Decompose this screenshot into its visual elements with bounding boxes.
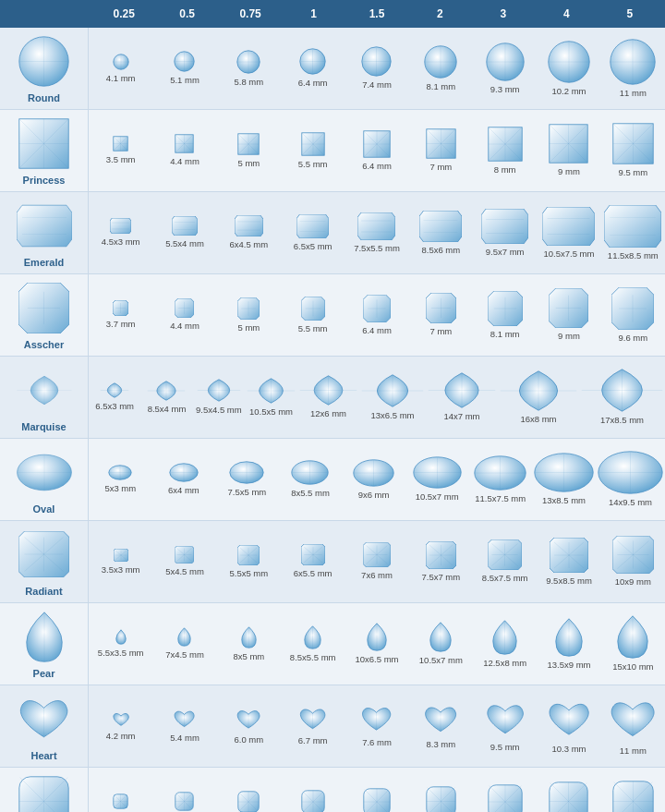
- size-label-oval-7: 13x8.5 mm: [542, 495, 586, 505]
- shape-name-princess: Princess: [23, 175, 66, 186]
- size-cell-radiant-7: 9.5x8.5 mm: [537, 534, 600, 589]
- size-cell-asscher-7: 9 mm: [537, 285, 600, 345]
- emerald-gem-icon-1: [172, 216, 198, 236]
- size-label-asscher-1: 4.4 mm: [170, 321, 200, 331]
- heart-gem-icon-0: [113, 711, 129, 728]
- size-cell-pear-1: 7x4.5 mm: [152, 624, 216, 663]
- size-label-emerald-2: 6x4.5 mm: [229, 239, 268, 249]
- asscher-gem-icon-6: [488, 291, 523, 326]
- size-cell-marquise-2: 9.5x4.5 mm: [193, 375, 245, 418]
- size-cell-marquise-5: 13x6.5 mm: [359, 370, 426, 424]
- size-cell-asscher-8: 9.6 mm: [601, 284, 665, 346]
- pear-gem-icon-4: [367, 623, 387, 651]
- size-label-oval-8: 14x9.5 mm: [609, 497, 652, 507]
- size-cell-oval-7: 13x8.5 mm: [532, 449, 596, 509]
- shape-label-marquise: Marquise: [0, 357, 89, 438]
- size-label-pear-1: 7x4.5 mm: [165, 649, 204, 660]
- size-cell-asscher-1: 4.4 mm: [152, 295, 216, 334]
- size-cell-princess-3: 5.5 mm: [281, 128, 345, 173]
- header-row: 0.250.50.7511.52345: [0, 0, 665, 28]
- svg-marker-104: [542, 207, 595, 246]
- header-weight-3: 3: [472, 7, 535, 20]
- pear-gem-icon-3: [304, 625, 321, 649]
- chart-container: 0.250.50.7511.52345 Round: [0, 0, 665, 812]
- svg-marker-86: [172, 216, 198, 236]
- shape-row-marquise: Marquise 6.5x3 mm: [0, 357, 665, 439]
- size-label-pear-8: 15x10 mm: [612, 661, 653, 672]
- size-label-princess-2: 5 mm: [237, 158, 260, 168]
- marquise-gem-icon-7: [500, 370, 577, 411]
- size-label-round-1: 5.1 mm: [170, 75, 200, 85]
- oval-gem-icon-5: [413, 456, 462, 489]
- oval-gem-icon-2: [229, 461, 264, 484]
- size-cell-round-7: 10.2 mm: [537, 37, 600, 100]
- size-label-round-4: 7.4 mm: [362, 79, 392, 90]
- round-gem-icon-2: [236, 50, 260, 74]
- size-cell-cushion-1: 5x4.5 mm: [152, 788, 216, 812]
- pear-gem-icon-5: [429, 622, 452, 652]
- size-label-pear-0: 5.5x3.5 mm: [98, 648, 144, 658]
- size-label-radiant-2: 5.5x5 mm: [229, 568, 268, 578]
- radiant-gem-icon-2: [237, 545, 260, 565]
- emerald-gem-icon-7: [542, 207, 595, 246]
- cushion-gem-icon-8: [612, 781, 654, 812]
- size-cell-cushion-5: 8x7 mm: [409, 782, 473, 812]
- heart-gem-icon-6: [486, 700, 525, 739]
- marquise-gem-icon-4: [299, 375, 357, 406]
- size-cell-heart-7: 10.3 mm: [537, 695, 600, 757]
- size-cell-heart-2: 6.0 mm: [217, 704, 281, 748]
- pear-gem-icon-8: [617, 615, 648, 659]
- size-cell-marquise-1: 8.5x4 mm: [140, 377, 192, 418]
- size-cell-emerald-0: 4.5x3 mm: [89, 214, 152, 250]
- size-label-emerald-1: 5.5x4 mm: [165, 238, 204, 248]
- size-label-heart-6: 9.5 mm: [490, 742, 520, 752]
- size-label-oval-1: 6x4 mm: [168, 485, 200, 495]
- size-label-pear-7: 13.5x9 mm: [547, 660, 590, 670]
- marquise-gem-icon-1: [147, 381, 186, 401]
- size-cell-oval-6: 11.5x7.5 mm: [468, 452, 532, 507]
- shape-label-emerald: Emerald: [0, 192, 89, 273]
- size-label-asscher-7: 9 mm: [558, 331, 580, 341]
- size-label-marquise-4: 12x6 mm: [310, 408, 346, 418]
- shape-name-emerald: Emerald: [24, 257, 64, 268]
- size-label-pear-3: 8.5x5.5 mm: [290, 652, 336, 662]
- heart-gem-icon-7: [548, 698, 590, 741]
- shape-row-radiant: Radiant 3.5x3 mm: [0, 521, 665, 603]
- radiant-gem-icon-6: [488, 539, 522, 570]
- size-cell-asscher-6: 8.1 mm: [473, 287, 537, 343]
- size-cell-round-3: 6.4 mm: [281, 44, 345, 91]
- size-cell-pear-0: 5.5x3.5 mm: [89, 625, 152, 661]
- oval-gem-icon-8: [598, 451, 663, 494]
- heart-icon-large: [17, 691, 72, 746]
- oval-gem-icon-0: [108, 465, 132, 480]
- size-label-marquise-7: 16x8 mm: [520, 414, 556, 424]
- size-cell-round-4: 7.4 mm: [345, 42, 408, 93]
- shape-row-oval: Oval 5x3 mm: [0, 439, 665, 521]
- shape-label-princess: Princess: [0, 110, 89, 191]
- cushion-gem-icon-4: [363, 788, 391, 812]
- marquise-gem-icon-2: [197, 379, 241, 402]
- heart-gem-icon-5: [424, 703, 457, 736]
- size-cell-radiant-6: 8.5x7.5 mm: [473, 536, 537, 587]
- size-label-asscher-5: 7 mm: [429, 326, 452, 336]
- shape-row-heart: Heart 4.2 mm: [0, 685, 665, 768]
- size-label-asscher-0: 3.7 mm: [106, 319, 136, 329]
- heart-gem-icon-3: [299, 706, 326, 733]
- emerald-gem-icon-0: [110, 218, 131, 234]
- size-cell-emerald-6: 9.5x7 mm: [473, 205, 537, 261]
- svg-marker-95: [357, 212, 395, 240]
- size-label-princess-0: 3.5 mm: [106, 154, 136, 164]
- round-gem-icon-5: [424, 45, 457, 79]
- round-gem-icon-3: [299, 48, 326, 75]
- size-cell-marquise-3: 10.5x5 mm: [245, 374, 297, 420]
- oval-gem-icon-3: [291, 460, 329, 485]
- size-cell-cushion-3: 6.5x5.5 mm: [281, 786, 345, 812]
- size-cell-oval-8: 14x9.5 mm: [596, 447, 665, 511]
- size-cell-pear-2: 8x5 mm: [217, 623, 281, 665]
- princess-icon-large: [17, 115, 72, 171]
- shape-name-oval: Oval: [33, 503, 55, 515]
- marquise-gem-icon-6: [428, 372, 496, 408]
- cushion-gem-icon-6: [488, 784, 523, 812]
- size-cell-princess-1: 4.4 mm: [152, 130, 216, 170]
- size-label-radiant-6: 8.5x7.5 mm: [482, 573, 528, 583]
